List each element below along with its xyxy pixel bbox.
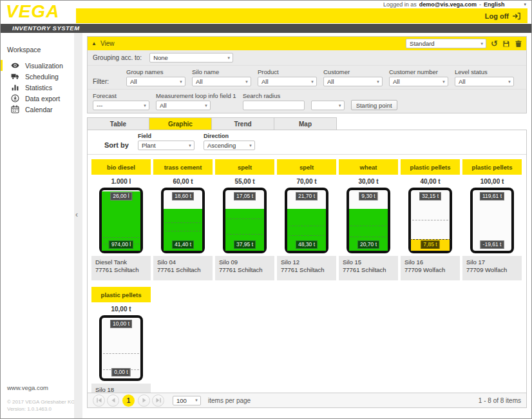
radius-unit-select[interactable]: ▼ <box>311 101 345 110</box>
previous-page-button[interactable] <box>107 395 119 407</box>
forecast-select[interactable]: --- ▼ <box>93 101 149 110</box>
sidebar-item-label: Scheduling <box>25 73 59 81</box>
main-content: ▲ View Standard ▼ ↺ <box>84 33 531 418</box>
page-size-select[interactable]: 100 ▼ <box>173 396 201 405</box>
sidebar-item-visualization[interactable]: Visualization <box>1 60 75 71</box>
silo-graphic: 119,61 t-19,61 t <box>470 188 514 253</box>
sort-direction-select[interactable]: Ascending ▼ <box>204 141 255 150</box>
silo-capacity: 55,00 t <box>215 175 274 188</box>
tab-map[interactable]: Map <box>274 117 337 130</box>
silo-info-footer: Silo 0477761 Schiltach <box>153 256 213 280</box>
silo-graphic: 21,70 t48,30 t <box>285 188 328 253</box>
sidebar-collapse-strip[interactable]: ‹ <box>74 33 82 418</box>
silo-card[interactable]: plastic pellets10,00 t10,00 t0,00 tSilo … <box>91 287 151 393</box>
sort-field-select[interactable]: Plant ▼ <box>138 141 195 150</box>
collapse-panel-icon[interactable]: ▲ <box>91 41 97 46</box>
download-icon <box>11 94 19 102</box>
silo-card[interactable]: plastic pellets100,00 t119,61 t-19,61 tS… <box>462 159 522 280</box>
header-accent-bar: Log off <box>76 8 527 23</box>
page-range-summary: 1 - 8 of 8 items <box>479 397 521 404</box>
save-icon[interactable] <box>502 40 510 48</box>
account-bar[interactable]: Logged in as demo@vis.vega.com - English… <box>383 1 526 8</box>
silo-graphic: 26,00 l974,00 l <box>99 188 143 253</box>
user-email: demo@vis.vega.com <box>419 1 477 8</box>
tab-table[interactable]: Table <box>87 117 149 130</box>
chevron-down-icon[interactable]: ▾ <box>524 2 526 7</box>
chevron-down-icon: ▼ <box>179 80 183 84</box>
silo-product-label: wheat <box>339 159 398 175</box>
silo-capacity: 1.000 l <box>91 175 151 188</box>
version-text: Version: 1.0.1463.0 <box>7 406 75 413</box>
silo-location: 77709 Wolfach <box>466 266 518 274</box>
last-page-button[interactable] <box>152 395 164 407</box>
silo-capacity: 10,00 t <box>91 302 151 315</box>
language-selector[interactable]: English <box>484 1 505 8</box>
silo-card[interactable]: bio diesel1.000 l26,00 l974,00 lDiesel T… <box>91 159 151 280</box>
delete-icon[interactable] <box>515 40 522 48</box>
first-page-button[interactable] <box>93 395 105 407</box>
chevron-down-icon: ▼ <box>442 80 446 84</box>
silo-location: 77761 Schiltach <box>157 266 209 274</box>
silo-graphic: 32,15 t7,85 t <box>408 188 452 253</box>
tab-trend[interactable]: Trend <box>212 117 274 130</box>
truck-icon <box>11 72 19 81</box>
filter-select-level-status[interactable]: All▼ <box>455 77 514 86</box>
refresh-icon[interactable]: ↺ <box>491 39 498 48</box>
silo-graphic: 18,60 t41,40 t <box>161 188 205 253</box>
filter-select-product[interactable]: All▼ <box>258 77 317 86</box>
grouping-select[interactable]: None ▼ <box>149 53 233 63</box>
silo-fill-amount-value: -19,61 t <box>480 240 504 249</box>
silo-name: Silo 04 <box>157 258 209 266</box>
silo-card[interactable]: spelt55,00 t17,05 t37,95 tSilo 0977761 S… <box>215 159 274 280</box>
loop-info-select[interactable]: All ▼ <box>156 101 211 110</box>
chevron-down-icon: ▼ <box>480 42 484 46</box>
bar-chart-icon <box>11 83 19 92</box>
threshold-line <box>350 237 386 237</box>
threshold-line <box>165 222 201 223</box>
tab-graphic[interactable]: Graphic <box>149 117 212 130</box>
silo-name: Silo 12 <box>281 258 332 266</box>
silo-empty-space-value: 10,00 t <box>110 320 132 328</box>
sidebar-item-statistics[interactable]: Statistics <box>1 82 75 93</box>
sidebar-item-scheduling[interactable]: Scheduling <box>1 71 75 82</box>
view-preset-select[interactable]: Standard ▼ <box>406 39 486 48</box>
silo-info-footer: Silo 1877709 Wolfach <box>91 384 151 393</box>
filter-label: Filter: <box>93 78 126 86</box>
filter-select-group-names[interactable]: All▼ <box>126 77 185 86</box>
filter-select-customer-number[interactable]: All▼ <box>389 77 448 86</box>
starting-point-button[interactable]: Starting point <box>351 100 397 110</box>
sidebar-item-calendar[interactable]: Calendar <box>1 104 75 115</box>
chevron-down-icon: ▼ <box>188 144 192 148</box>
silo-name: Silo 09 <box>219 258 271 266</box>
silo-card[interactable]: trass cement60,00 t18,60 t41,40 tSilo 04… <box>153 159 213 280</box>
silo-fill-amount-value: 48,30 t <box>296 240 318 249</box>
collapse-sidebar-icon[interactable]: ‹ <box>75 210 78 219</box>
silo-graphic: 10,00 t0,00 t <box>99 315 143 381</box>
sidebar-item-data-export[interactable]: Data export <box>1 93 75 104</box>
sidebar-item-label: Calendar <box>25 106 53 113</box>
filter-select-silo-name[interactable]: All▼ <box>192 77 251 86</box>
view-panel-title: View <box>100 40 115 47</box>
log-off-button[interactable]: Log off <box>485 12 521 20</box>
silo-location: 77709 Wolfach <box>404 266 456 274</box>
silo-card[interactable]: spelt70,00 t21,70 t48,30 tSilo 1277761 S… <box>277 159 336 280</box>
vega-website-link[interactable]: www.vega.com <box>7 384 75 391</box>
next-page-button[interactable] <box>138 395 150 407</box>
silo-card[interactable]: plastic pellets40,00 t32,15 t7,85 tSilo … <box>401 159 460 280</box>
page-1-button[interactable]: 1 <box>122 395 135 407</box>
threshold-line <box>103 237 139 238</box>
silo-empty-space-value: 32,15 t <box>419 192 441 200</box>
silo-product-label: plastic pellets <box>401 159 460 175</box>
silo-empty-space-value: 21,70 t <box>296 192 318 200</box>
forecast-label: Forecast <box>93 92 149 99</box>
search-radius-label: Search radius <box>243 92 305 99</box>
silo-info-footer: Silo 1777709 Wolfach <box>462 256 522 280</box>
silo-info-footer: Silo 0977761 Schiltach <box>215 256 274 280</box>
chevron-down-icon: ▼ <box>245 80 249 84</box>
sidebar-menu: VisualizationSchedulingStatisticsData ex… <box>1 60 75 115</box>
silo-info-footer: Silo 1577761 Schiltach <box>339 256 398 280</box>
search-radius-input[interactable] <box>243 101 305 110</box>
filter-select-customer[interactable]: All▼ <box>323 77 383 86</box>
silo-card[interactable]: wheat30,00 t9,30 t20,70 tSilo 1577761 Sc… <box>339 159 398 280</box>
silo-product-label: spelt <box>215 159 274 175</box>
